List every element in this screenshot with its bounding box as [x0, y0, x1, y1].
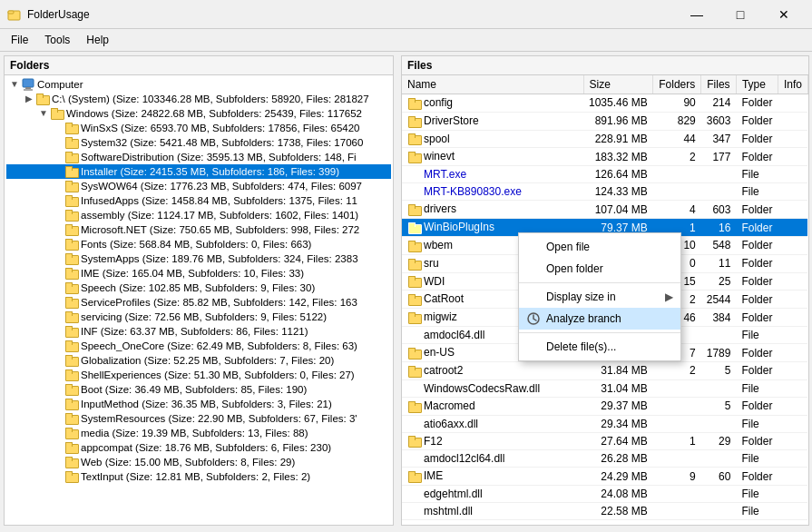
folder-icon — [64, 412, 79, 425]
tree-item[interactable]: Speech (Size: 102.85 MB, Subfolders: 9, … — [6, 281, 391, 295]
tree-item[interactable]: Web (Size: 15.00 MB, Subfolders: 8, File… — [6, 455, 391, 469]
tree-item[interactable]: IME (Size: 165.04 MB, Subfolders: 10, Fi… — [6, 266, 391, 281]
cell-folders: 90 — [653, 94, 701, 113]
folders-panel-header: Folders — [5, 56, 393, 75]
expand-icon[interactable]: ▼ — [37, 107, 50, 120]
menu-tools[interactable]: Tools — [37, 31, 77, 49]
tree-item[interactable]: media (Size: 19.39 MB, Subfolders: 13, F… — [6, 426, 391, 440]
context-menu-item[interactable]: Analyze branch — [519, 308, 680, 330]
folder-icon — [407, 258, 422, 271]
cell-size: 183.32 MB — [583, 148, 653, 166]
table-row[interactable]: MRT.exe126.64 MBFile — [402, 166, 807, 183]
tree-item[interactable]: InfusedApps (Size: 1458.84 MB, Subfolder… — [6, 193, 391, 208]
table-row[interactable]: config1035.46 MB90214Folder — [402, 94, 807, 113]
cell-files — [701, 327, 737, 344]
tree-item-label: IME (Size: 165.04 MB, Subfolders: 10, Fi… — [81, 268, 304, 279]
tree-item[interactable]: System32 (Size: 5421.48 MB, Subfolders: … — [6, 135, 391, 150]
context-menu-item[interactable]: Display size in▶ — [519, 286, 680, 308]
cell-name: WindowsCodecsRaw.dll — [402, 379, 583, 397]
tree-item[interactable]: Speech_OneCore (Size: 62.49 MB, Subfolde… — [6, 339, 391, 353]
folder-icon — [64, 369, 79, 381]
menu-help[interactable]: Help — [79, 31, 116, 49]
col-header-type[interactable]: Type — [736, 75, 778, 94]
tree-item[interactable]: INF (Size: 63.37 MB, Subfolders: 86, Fil… — [6, 324, 391, 339]
folder-icon — [64, 310, 79, 323]
cell-size: 29.37 MB — [583, 397, 653, 415]
cell-name-text: amdocl64.dll — [424, 329, 484, 341]
table-row[interactable]: atio6axx.dll29.34 MBFile — [402, 415, 807, 432]
cell-size: 124.33 MB — [583, 183, 653, 201]
tree-item[interactable]: ShellExperiences (Size: 51.30 MB, Subfol… — [6, 368, 391, 382]
table-row[interactable]: WindowsCodecsRaw.dll31.04 MBFile — [402, 379, 807, 397]
cell-files — [701, 415, 737, 432]
tree-item[interactable]: servicing (Size: 72.56 MB, Subfolders: 9… — [6, 310, 391, 324]
tree-item[interactable]: ▶C:\ (System) (Size: 103346.28 MB, Subfo… — [6, 92, 391, 106]
cell-info — [778, 183, 807, 201]
cell-name: catroot2 — [402, 361, 583, 379]
col-header-name[interactable]: Name — [402, 75, 583, 94]
tree-item[interactable]: Globalization (Size: 52.25 MB, Subfolder… — [6, 353, 391, 368]
context-menu-item[interactable]: Delete file(s)... — [519, 336, 680, 358]
tree-item[interactable]: Microsoft.NET (Size: 750.65 MB, Subfolde… — [6, 222, 391, 237]
cell-name-text: atio6axx.dll — [424, 418, 478, 430]
minimize-button[interactable]: — — [676, 2, 718, 27]
tree-item[interactable]: SystemResources (Size: 22.90 MB, Subfold… — [6, 411, 391, 426]
tree-view-container[interactable]: ▼Computer▶C:\ (System) (Size: 103346.28 … — [5, 75, 393, 525]
table-row[interactable]: DriverStore891.96 MB8293603Folder — [402, 112, 807, 130]
cell-type: File — [736, 503, 778, 520]
cell-name-text: sru — [424, 257, 439, 270]
table-row[interactable]: winevt183.32 MB2177Folder — [402, 148, 807, 166]
col-header-files[interactable]: Files — [701, 75, 737, 94]
files-panel: Files Name Size Folders Files Type Info … — [401, 55, 809, 526]
close-button[interactable]: ✕ — [763, 2, 805, 27]
tree-item[interactable]: InputMethod (Size: 36.35 MB, Subfolders:… — [6, 397, 391, 411]
table-row[interactable]: edgehtml.dll24.08 MBFile — [402, 486, 807, 503]
cell-info — [778, 432, 807, 450]
context-menu-item[interactable]: Open file — [519, 236, 680, 258]
cell-name-text[interactable]: MRT.exe — [424, 168, 466, 181]
maximize-button[interactable]: □ — [719, 2, 761, 27]
col-header-info[interactable]: Info — [778, 75, 807, 94]
cell-name: winevt — [402, 148, 583, 166]
tree-item[interactable]: Installer (Size: 2415.35 MB, Subfolders:… — [6, 164, 391, 179]
expand-icon[interactable]: ▼ — [8, 78, 21, 91]
cell-name: amdocl12cl64.dll — [402, 450, 583, 468]
expand-icon[interactable]: ▶ — [23, 93, 35, 105]
col-header-size[interactable]: Size — [583, 75, 653, 94]
tree-item[interactable]: SystemApps (Size: 189.76 MB, Subfolders:… — [6, 251, 391, 266]
cell-info — [778, 344, 807, 362]
folder-icon — [64, 398, 79, 410]
tree-item[interactable]: ▼Computer — [6, 77, 391, 92]
table-row[interactable]: IME24.29 MB960Folder — [402, 468, 807, 486]
table-row[interactable]: spool228.91 MB44347Folder — [402, 130, 807, 148]
tree-item[interactable]: SoftwareDistribution (Size: 3595.13 MB, … — [6, 150, 391, 164]
tree-item[interactable]: SysWOW64 (Size: 1776.23 MB, Subfolders: … — [6, 179, 391, 193]
table-row[interactable]: amdocl12cl64.dll26.28 MBFile — [402, 450, 807, 468]
tree-item[interactable]: Boot (Size: 36.49 MB, Subfolders: 85, Fi… — [6, 382, 391, 397]
table-row[interactable]: F1227.64 MB129Folder — [402, 432, 807, 450]
tree-item[interactable]: ▼Windows (Size: 24822.68 MB, Subfolders:… — [6, 106, 391, 121]
menu-file[interactable]: File — [4, 31, 35, 49]
tree-item[interactable]: appcompat (Size: 18.76 MB, Subfolders: 6… — [6, 440, 391, 455]
table-row[interactable]: catroot231.84 MB25Folder — [402, 361, 807, 379]
tree-item[interactable]: assembly (Size: 1124.17 MB, Subfolders: … — [6, 208, 391, 222]
col-header-folders[interactable]: Folders — [653, 75, 701, 94]
window-title: FolderUsage — [27, 8, 90, 21]
cell-type: Folder — [736, 112, 778, 130]
table-row[interactable]: Macromed29.37 MB5Folder — [402, 397, 807, 415]
table-row[interactable]: drivers107.04 MB4603Folder — [402, 201, 807, 219]
table-row[interactable]: mshtml.dll22.58 MBFile — [402, 503, 807, 520]
tree-item-label: Speech (Size: 102.85 MB, Subfolders: 9, … — [81, 282, 315, 293]
folder-icon — [64, 194, 79, 207]
tree-item-label: Windows (Size: 24822.68 MB, Subfolders: … — [66, 108, 362, 119]
context-menu-item[interactable]: Open folder — [519, 258, 680, 280]
tree-item[interactable]: Fonts (Size: 568.84 MB, Subfolders: 0, F… — [6, 237, 391, 251]
cell-info — [778, 503, 807, 520]
tree-item[interactable]: ServiceProfiles (Size: 85.82 MB, Subfold… — [6, 295, 391, 310]
tree-item[interactable]: TextInput (Size: 12.81 MB, Subfolders: 2… — [6, 469, 391, 484]
cell-name-text[interactable]: MRT-KB890830.exe — [424, 185, 522, 198]
table-row[interactable]: MRT-KB890830.exe124.33 MBFile — [402, 183, 807, 201]
tree-item-label: InfusedApps (Size: 1458.84 MB, Subfolder… — [81, 195, 357, 206]
cell-name: atio6axx.dll — [402, 415, 583, 432]
tree-item[interactable]: WinSxS (Size: 6593.70 MB, Subfolders: 17… — [6, 121, 391, 135]
